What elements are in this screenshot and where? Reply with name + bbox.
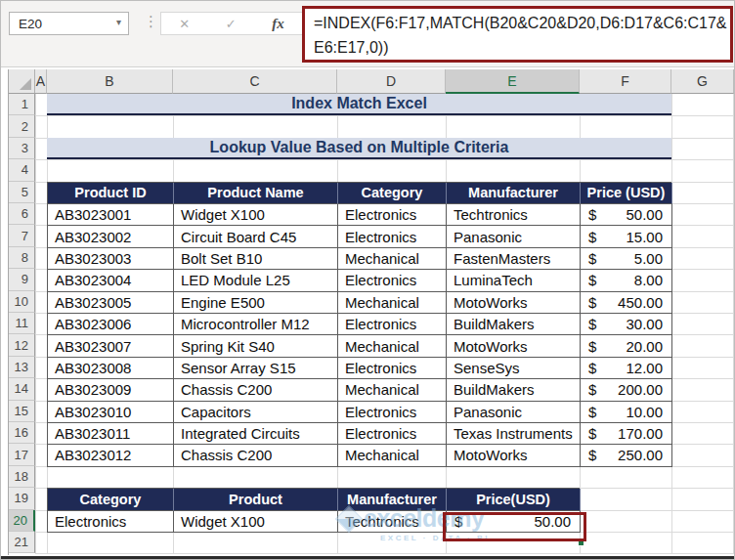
cell-F16[interactable]: $170.00 xyxy=(581,423,672,445)
cell-F13[interactable]: $12.00 xyxy=(581,358,672,379)
row-header-15[interactable]: 15 xyxy=(9,401,35,422)
enter-icon[interactable]: ✓ xyxy=(226,17,237,31)
column-header-E[interactable]: E xyxy=(446,69,580,94)
header-E19[interactable]: Price(USD) xyxy=(447,489,581,510)
row-header-12[interactable]: 12 xyxy=(9,334,35,356)
cell-F9[interactable]: $8.00 xyxy=(581,270,672,291)
cell-B16[interactable]: AB3023011 xyxy=(48,423,174,445)
cell-C9[interactable]: LED Module L25 xyxy=(174,270,338,291)
cell-E16[interactable]: Texas Instruments xyxy=(447,423,581,445)
cell-B20[interactable]: Electronics xyxy=(48,511,174,533)
header-B19[interactable]: Category xyxy=(48,489,174,510)
row-header-5[interactable]: 5 xyxy=(9,182,35,203)
cell-B9[interactable]: AB3023004 xyxy=(48,270,174,291)
cell-C6[interactable]: Widget X100 xyxy=(174,204,338,226)
name-box-dropdown-icon[interactable]: ▾ xyxy=(116,17,121,27)
cell-D15[interactable]: Electronics xyxy=(338,402,447,423)
row-header-14[interactable]: 14 xyxy=(9,378,35,400)
cell-D17[interactable]: Mechanical xyxy=(338,445,447,466)
row-header-9[interactable]: 9 xyxy=(9,269,35,290)
row-header-7[interactable]: 7 xyxy=(9,225,35,246)
cell-F14[interactable]: $200.00 xyxy=(581,379,672,401)
cell-F6[interactable]: $50.00 xyxy=(581,204,672,226)
column-header-G[interactable]: G xyxy=(671,69,734,94)
cell-D14[interactable]: Mechanical xyxy=(338,379,447,401)
cell-C17[interactable]: Chassis C200 xyxy=(174,445,338,466)
cell-E6[interactable]: Techtronics xyxy=(447,204,581,226)
cell-B8[interactable]: AB3023003 xyxy=(48,248,174,270)
row-header-11[interactable]: 11 xyxy=(9,313,35,334)
header-F5[interactable]: Price (USD) xyxy=(581,183,672,204)
header-D19[interactable]: Manufacturer xyxy=(338,489,447,510)
row-header-17[interactable]: 17 xyxy=(9,444,35,465)
cell-F15[interactable]: $10.00 xyxy=(581,402,672,423)
cell-B7[interactable]: AB3023002 xyxy=(48,226,174,247)
cell-F7[interactable]: $15.00 xyxy=(581,226,672,247)
cell-C11[interactable]: Microcontroller M12 xyxy=(174,314,338,335)
cell-B15[interactable]: AB3023010 xyxy=(48,402,174,423)
cell-E13[interactable]: SenseSys xyxy=(447,358,581,379)
row-header-21[interactable]: 21 xyxy=(9,532,35,553)
row-header-4[interactable]: 4 xyxy=(9,159,35,181)
cell-B14[interactable]: AB3023009 xyxy=(48,379,174,401)
cell-B10[interactable]: AB3023005 xyxy=(48,292,174,314)
header-E5[interactable]: Manufacturer xyxy=(447,183,581,204)
header-C19[interactable]: Product xyxy=(174,489,338,510)
cell-C13[interactable]: Sensor Array S15 xyxy=(174,358,338,379)
row-header-2[interactable]: 2 xyxy=(9,115,35,137)
cell-D9[interactable]: Electronics xyxy=(338,270,447,291)
cell-C16[interactable]: Integrated Circuits xyxy=(174,423,338,445)
cell-D10[interactable]: Mechanical xyxy=(338,292,447,314)
cell-E14[interactable]: BuildMakers xyxy=(447,379,581,401)
row-header-19[interactable]: 19 xyxy=(9,488,35,509)
cell-E17[interactable]: MotoWorks xyxy=(447,445,581,466)
cell-D12[interactable]: Mechanical xyxy=(338,335,447,357)
row-header-13[interactable]: 13 xyxy=(9,357,35,378)
cell-E9[interactable]: LuminaTech xyxy=(447,270,581,291)
header-C5[interactable]: Product Name xyxy=(174,183,338,204)
name-box[interactable]: E20 ▾ xyxy=(9,12,129,35)
cell-C8[interactable]: Bolt Set B10 xyxy=(174,248,338,270)
row-header-1[interactable]: 1 xyxy=(9,94,35,115)
cell-B13[interactable]: AB3023008 xyxy=(48,358,174,379)
cell-B11[interactable]: AB3023006 xyxy=(48,314,174,335)
row-header-10[interactable]: 10 xyxy=(9,291,35,313)
cell-C14[interactable]: Chassis C200 xyxy=(174,379,338,401)
row-header-8[interactable]: 8 xyxy=(9,247,35,269)
row-header-20[interactable]: 20 xyxy=(9,510,35,532)
header-B5[interactable]: Product ID xyxy=(48,183,174,204)
row-header-3[interactable]: 3 xyxy=(9,138,35,159)
cell-D16[interactable]: Electronics xyxy=(338,423,447,445)
cell-D6[interactable]: Electronics xyxy=(338,204,447,226)
insert-function-icon[interactable]: fx xyxy=(272,16,284,32)
cell-E8[interactable]: FastenMasters xyxy=(447,248,581,270)
cell-D13[interactable]: Electronics xyxy=(338,358,447,379)
cell-C12[interactable]: Spring Kit S40 xyxy=(174,335,338,357)
cell-C15[interactable]: Capacitors xyxy=(174,402,338,423)
select-all-corner[interactable] xyxy=(9,69,35,94)
cell-C20[interactable]: Widget X100 xyxy=(174,511,338,533)
column-header-F[interactable]: F xyxy=(580,69,671,94)
cell-F8[interactable]: $5.00 xyxy=(581,248,672,270)
cell-F10[interactable]: $450.00 xyxy=(581,292,672,314)
cell-E7[interactable]: Panasonic xyxy=(447,226,581,247)
cell-D20[interactable]: Techtronics xyxy=(338,511,447,533)
cell-F17[interactable]: $250.00 xyxy=(581,445,672,466)
cell-F12[interactable]: $20.00 xyxy=(581,335,672,357)
cell-C7[interactable]: Circuit Board C45 xyxy=(174,226,338,247)
row-header-6[interactable]: 6 xyxy=(9,203,35,225)
column-header-D[interactable]: D xyxy=(337,69,446,94)
row-header-16[interactable]: 16 xyxy=(9,422,35,444)
formula-input[interactable]: =INDEX(F6:F17,MATCH(B20&C20&D20,D6:D17&C… xyxy=(302,6,733,63)
cell-B17[interactable]: AB3023012 xyxy=(48,445,174,466)
cell-F11[interactable]: $30.00 xyxy=(581,314,672,335)
header-D5[interactable]: Category xyxy=(338,183,447,204)
cancel-icon[interactable]: ✕ xyxy=(179,17,190,31)
column-header-A[interactable]: A xyxy=(35,69,47,94)
cell-D11[interactable]: Electronics xyxy=(338,314,447,335)
column-header-C[interactable]: C xyxy=(173,69,337,94)
row-header-18[interactable]: 18 xyxy=(9,466,35,488)
column-header-B[interactable]: B xyxy=(47,69,173,94)
cell-D7[interactable]: Electronics xyxy=(338,226,447,247)
cell-C10[interactable]: Engine E500 xyxy=(174,292,338,314)
